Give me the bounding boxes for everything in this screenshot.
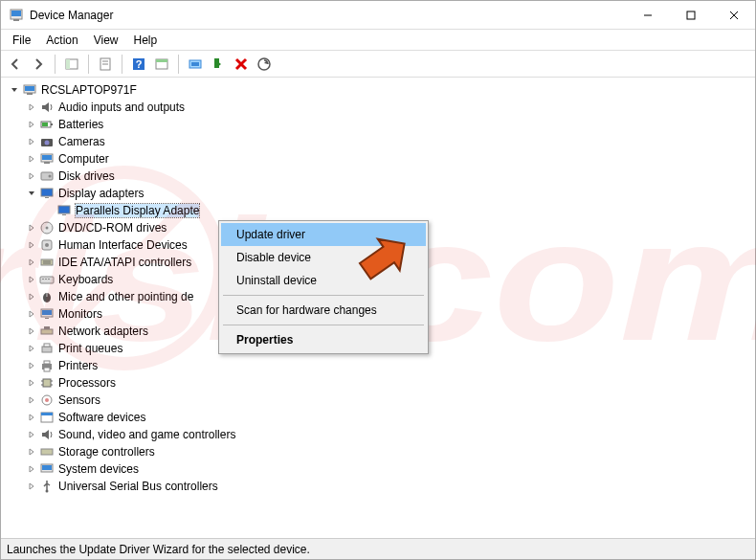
- svg-rect-60: [44, 361, 50, 364]
- ctx-disable-device[interactable]: Disable device: [221, 246, 426, 269]
- tree-item-label: Print queues: [58, 342, 122, 355]
- svg-rect-61: [44, 368, 50, 371]
- tree-item[interactable]: Sensors: [26, 392, 747, 409]
- caret-down-icon[interactable]: [9, 84, 20, 96]
- caret-right-icon[interactable]: [26, 257, 37, 268]
- action-center-button[interactable]: [151, 54, 172, 75]
- device-category-icon: [39, 117, 55, 132]
- svg-rect-55: [41, 329, 53, 334]
- caret-right-icon[interactable]: [26, 170, 37, 182]
- scan-hardware-button[interactable]: [254, 54, 275, 75]
- caret-right-icon[interactable]: [26, 136, 37, 147]
- close-button[interactable]: [712, 1, 755, 29]
- tree-item-label: Parallels Display Adapte: [76, 204, 199, 217]
- tree-item[interactable]: Display adapters: [26, 185, 747, 202]
- ctx-uninstall-device[interactable]: Uninstall device: [221, 269, 426, 292]
- ctx-properties[interactable]: Properties: [221, 328, 426, 351]
- svg-rect-47: [42, 279, 44, 280]
- help-button[interactable]: ?: [128, 54, 149, 75]
- caret-right-icon[interactable]: [26, 308, 37, 320]
- properties-button[interactable]: [95, 54, 116, 75]
- caret-right-icon[interactable]: [26, 463, 37, 475]
- tree-item-label: System devices: [58, 462, 139, 476]
- tree-root[interactable]: RCSLAPTOP971F: [9, 81, 747, 99]
- caret-right-icon[interactable]: [26, 429, 37, 440]
- tree-item-label: Sound, video and game controllers: [58, 428, 235, 441]
- caret-right-icon[interactable]: [26, 481, 37, 492]
- caret-right-icon[interactable]: [26, 394, 37, 406]
- tree-item[interactable]: Printers: [26, 357, 747, 374]
- tree-item[interactable]: Software devices: [26, 409, 747, 426]
- caret-right-icon[interactable]: [26, 101, 37, 113]
- caret-right-icon[interactable]: [26, 343, 37, 354]
- caret-right-icon[interactable]: [26, 239, 37, 251]
- svg-rect-24: [27, 93, 33, 95]
- caret-right-icon[interactable]: [26, 360, 37, 371]
- enable-device-button[interactable]: [208, 54, 229, 75]
- device-category-icon: [39, 186, 55, 201]
- tree-item[interactable]: System devices: [26, 460, 747, 478]
- caret-right-icon[interactable]: [26, 377, 37, 389]
- tree-item-label: Sensors: [58, 393, 100, 407]
- maximize-button[interactable]: [669, 1, 712, 29]
- device-category-icon: [39, 444, 55, 459]
- tree-item[interactable]: Sound, video and game controllers: [26, 426, 747, 443]
- tree-item-label: Processors: [58, 376, 116, 390]
- display-adapter-icon: [56, 203, 72, 218]
- tree-item-selected[interactable]: Parallels Display Adapte: [43, 202, 747, 219]
- minimize-button[interactable]: [626, 1, 669, 29]
- tree-item[interactable]: Batteries: [26, 116, 747, 133]
- status-bar: Launches the Update Driver Wizard for th…: [1, 538, 755, 559]
- svg-rect-8: [66, 59, 70, 69]
- status-text: Launches the Update Driver Wizard for th…: [7, 543, 310, 556]
- tree-item[interactable]: Universal Serial Bus controllers: [26, 478, 747, 495]
- svg-rect-32: [44, 162, 50, 164]
- device-category-icon: [39, 461, 55, 477]
- back-button[interactable]: [5, 54, 26, 75]
- device-category-icon: [39, 479, 55, 494]
- caret-down-icon[interactable]: [26, 188, 37, 199]
- caret-right-icon[interactable]: [26, 119, 37, 130]
- window-controls: [626, 1, 755, 29]
- app-icon: [9, 8, 24, 23]
- tree-item-label: Disk drives: [58, 169, 115, 183]
- show-hide-console-tree-button[interactable]: [61, 54, 82, 75]
- ctx-update-driver[interactable]: Update driver: [221, 223, 426, 246]
- svg-rect-54: [45, 318, 49, 319]
- caret-right-icon[interactable]: [26, 325, 37, 337]
- ctx-scan-hardware[interactable]: Scan for hardware changes: [221, 299, 426, 322]
- tree-item-label: Printers: [58, 359, 98, 372]
- uninstall-device-button[interactable]: [231, 54, 252, 75]
- tree-item[interactable]: Cameras: [26, 133, 747, 150]
- svg-rect-36: [45, 197, 49, 198]
- menubar: File Action View Help: [1, 30, 755, 51]
- device-category-icon: [39, 272, 55, 287]
- tree-item[interactable]: Storage controllers: [26, 443, 747, 460]
- caret-right-icon[interactable]: [26, 446, 37, 458]
- tree-item[interactable]: Computer: [26, 150, 747, 168]
- menu-help[interactable]: Help: [126, 32, 166, 49]
- menu-file[interactable]: File: [5, 32, 38, 49]
- menu-view[interactable]: View: [86, 32, 126, 49]
- caret-right-icon[interactable]: [26, 291, 37, 302]
- device-category-icon: [39, 168, 55, 184]
- svg-rect-62: [43, 379, 51, 387]
- tree-item[interactable]: Audio inputs and outputs: [26, 99, 747, 116]
- caret-right-icon[interactable]: [26, 153, 37, 165]
- tree-item-label: Human Interface Devices: [58, 238, 188, 252]
- svg-rect-2: [13, 19, 19, 21]
- caret-right-icon[interactable]: [26, 412, 37, 423]
- forward-button[interactable]: [28, 54, 49, 75]
- caret-right-icon[interactable]: [26, 274, 37, 285]
- svg-rect-27: [42, 123, 48, 126]
- tree-item[interactable]: Disk drives: [26, 168, 747, 185]
- update-driver-button[interactable]: [185, 54, 206, 75]
- menu-action[interactable]: Action: [38, 32, 85, 49]
- tree-item-label: Network adapters: [58, 325, 148, 338]
- device-category-icon: [39, 306, 55, 322]
- tree-item[interactable]: Processors: [26, 374, 747, 392]
- svg-rect-49: [48, 279, 50, 280]
- device-category-icon: [39, 392, 55, 408]
- tree-item-label: Monitors: [58, 307, 102, 321]
- caret-right-icon[interactable]: [26, 222, 37, 234]
